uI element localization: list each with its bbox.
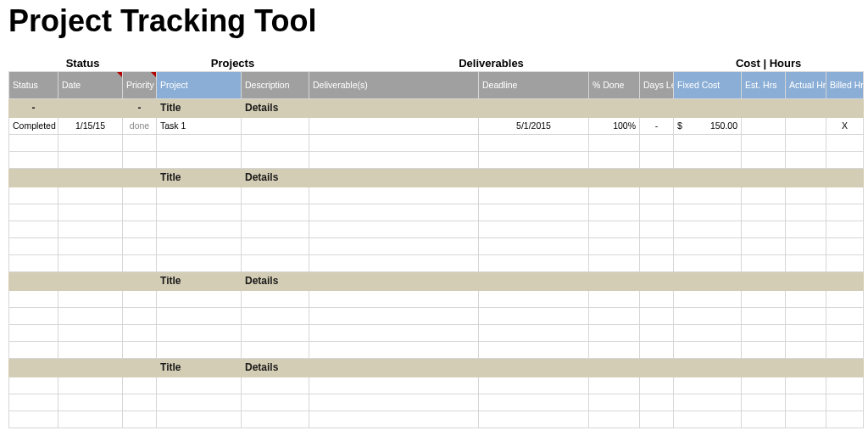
cell-billed-hrs[interactable]: X — [826, 117, 864, 134]
group-cost-hours: Cost | Hours — [674, 53, 864, 71]
cell-deadline[interactable]: 5/1/2015 — [479, 117, 589, 134]
cell-est-hrs[interactable] — [742, 117, 786, 134]
table-row[interactable] — [9, 307, 864, 324]
hdr-pct-done[interactable]: % Done — [589, 71, 640, 98]
column-header-row: Status Date Priority Project Description… — [9, 71, 864, 98]
table-row[interactable] — [9, 411, 864, 427]
section-title[interactable]: Title — [157, 271, 242, 290]
cell-priority[interactable]: done — [123, 117, 157, 134]
hdr-fixed-cost[interactable]: Fixed Cost — [674, 71, 742, 98]
cell-date[interactable]: 1/15/15 — [58, 117, 123, 134]
table-row[interactable] — [9, 204, 864, 221]
cell-days-left[interactable]: - — [640, 117, 674, 134]
section-title[interactable]: Title — [157, 98, 242, 117]
table-row[interactable]: Completed 1/15/15 done Task 1 5/1/2015 1… — [9, 117, 864, 134]
group-status: Status — [9, 53, 157, 71]
section-title[interactable]: Title — [157, 358, 242, 377]
hdr-est-hrs[interactable]: Est. Hrs — [742, 71, 786, 98]
section-header: Title Details — [9, 358, 864, 377]
hdr-project[interactable]: Project — [157, 71, 242, 98]
cell-pct-done[interactable]: 100% — [589, 117, 640, 134]
hdr-deadline[interactable]: Deadline — [479, 71, 589, 98]
section-title[interactable]: Title — [157, 168, 242, 187]
section-dash: - — [123, 98, 157, 117]
hdr-billed-hrs[interactable]: Billed Hrs — [826, 71, 864, 98]
cell-actual-hrs[interactable] — [786, 117, 826, 134]
section-details[interactable]: Details — [242, 98, 864, 117]
currency-value: 150.00 — [710, 120, 737, 131]
hdr-days-left[interactable]: Days Left — [640, 71, 674, 98]
section-details[interactable]: Details — [242, 168, 864, 187]
table-row[interactable] — [9, 394, 864, 411]
table-row[interactable] — [9, 134, 864, 151]
table-row[interactable] — [9, 187, 864, 204]
cell-deliverables[interactable] — [309, 117, 479, 134]
table-row[interactable] — [9, 290, 864, 307]
table-row[interactable] — [9, 324, 864, 341]
cell-fixed-cost[interactable]: $ 150.00 — [674, 117, 742, 134]
cell-project[interactable]: Task 1 — [157, 117, 242, 134]
cell-description[interactable] — [242, 117, 309, 134]
table-row[interactable] — [9, 151, 864, 168]
hdr-description[interactable]: Description — [242, 71, 309, 98]
cell-status[interactable]: Completed — [9, 117, 58, 134]
section-header: Title Details — [9, 168, 864, 187]
tracking-table: Status Projects Deliverables Cost | Hour… — [8, 53, 864, 428]
table-row[interactable] — [9, 377, 864, 394]
hdr-priority[interactable]: Priority — [123, 71, 157, 98]
hdr-actual-hrs[interactable]: Actual Hrs — [786, 71, 826, 98]
hdr-date[interactable]: Date — [58, 71, 123, 98]
page-title: Project Tracking Tool — [8, 3, 860, 39]
section-details[interactable]: Details — [242, 358, 864, 377]
section-dash: - — [9, 98, 58, 117]
currency-symbol: $ — [677, 120, 682, 131]
group-projects: Projects — [157, 53, 309, 71]
group-header-row: Status Projects Deliverables Cost | Hour… — [9, 53, 864, 71]
section-header: Title Details — [9, 271, 864, 290]
hdr-deliverables[interactable]: Deliverable(s) — [309, 71, 479, 98]
section-details[interactable]: Details — [242, 271, 864, 290]
table-row[interactable] — [9, 221, 864, 237]
hdr-status[interactable]: Status — [9, 71, 58, 98]
table-row[interactable] — [9, 341, 864, 358]
section-header: - - Title Details — [9, 98, 864, 117]
table-row[interactable] — [9, 254, 864, 271]
table-row[interactable] — [9, 237, 864, 254]
group-deliverables: Deliverables — [309, 53, 674, 71]
